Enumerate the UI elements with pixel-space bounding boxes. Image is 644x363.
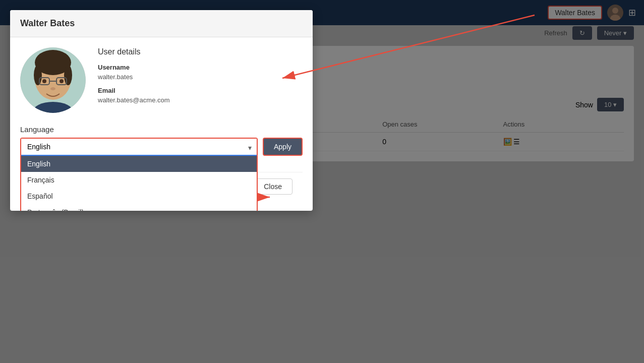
language-section: Language English Français Español Portug… bbox=[20, 125, 303, 157]
user-details-info: User details Username walter.bates Email… bbox=[98, 47, 303, 113]
user-avatar bbox=[20, 47, 86, 113]
user-details-section: User details Username walter.bates Email… bbox=[20, 47, 303, 113]
language-option-espanol[interactable]: Español bbox=[21, 188, 257, 204]
svg-point-6 bbox=[34, 65, 42, 85]
modal-header: Walter Bates bbox=[10, 10, 313, 37]
svg-point-7 bbox=[64, 65, 72, 85]
language-dropdown-list: English Français Español Português (Bras… bbox=[20, 156, 258, 211]
language-label: Language bbox=[20, 125, 303, 134]
language-option-english[interactable]: English bbox=[21, 156, 257, 172]
language-option-portugues[interactable]: Português (Brasil) bbox=[21, 204, 257, 211]
apply-button[interactable]: Apply bbox=[263, 138, 303, 156]
language-select-container: English Français Español Português (Bras… bbox=[20, 138, 258, 157]
modal-body: User details Username walter.bates Email… bbox=[10, 37, 313, 211]
modal-title: Walter Bates bbox=[20, 18, 75, 28]
svg-point-11 bbox=[42, 79, 46, 83]
svg-point-13 bbox=[50, 87, 55, 90]
language-select[interactable]: English Français Español Português (Bras… bbox=[21, 139, 257, 156]
language-option-francais[interactable]: Français bbox=[21, 172, 257, 188]
email-value: walter.bates@acme.com bbox=[98, 96, 303, 104]
email-label: Email bbox=[98, 87, 303, 94]
username-label: Username bbox=[98, 64, 303, 71]
modal-overlay: Walter Bates bbox=[0, 0, 644, 363]
language-row: English Français Español Português (Bras… bbox=[20, 138, 303, 157]
user-profile-modal: Walter Bates bbox=[10, 10, 313, 211]
close-button[interactable]: Close bbox=[253, 178, 292, 195]
username-value: walter.bates bbox=[98, 73, 303, 81]
svg-point-12 bbox=[60, 79, 64, 83]
user-details-heading: User details bbox=[98, 47, 303, 56]
